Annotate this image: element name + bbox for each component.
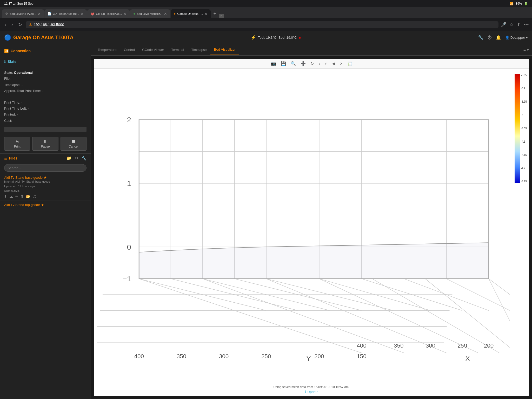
- back-button[interactable]: ‹: [3, 21, 8, 28]
- files-search-input[interactable]: [4, 164, 87, 172]
- scale-v6: -4.15: [521, 154, 527, 156]
- settings-files-icon[interactable]: 🔧: [81, 156, 87, 161]
- tab-bed-leveling[interactable]: ⚙ Bed Leveling (Auto... ✕: [2, 9, 44, 18]
- tab-3d-printer[interactable]: 📄 3D Printer Auto Be... ✕: [44, 9, 87, 18]
- timelapse-label: Timelapse:: [4, 83, 22, 87]
- more-icon[interactable]: •••: [524, 22, 529, 27]
- print-button[interactable]: 🖨 Print: [4, 137, 30, 151]
- tab-bed-level-viz[interactable]: ● Bed Level Visualiz... ✕: [130, 9, 170, 18]
- scale-labels: -3.85 -3.9 -3.95 -4 -4.05 -4.1 -4.15 -4.…: [521, 74, 527, 183]
- upload-icon[interactable]: 📁: [66, 156, 72, 161]
- color-scale-container: -3.85 -3.9 -3.95 -4 -4.05 -4.1 -4.15 -4.…: [513, 69, 529, 383]
- move-tool-btn[interactable]: ↕: [317, 61, 322, 66]
- pause-button[interactable]: ⏸ Pause: [32, 137, 58, 151]
- file-trash-icon[interactable]: 🗑: [20, 194, 24, 198]
- file-row: File:: [4, 76, 87, 82]
- print-time-row: Print Time: -: [4, 99, 87, 105]
- printed-row: Printed: -: [4, 111, 87, 117]
- power-icon[interactable]: ⏻: [488, 35, 492, 40]
- scale-v7: -4.2: [521, 167, 527, 170]
- tab-close-icon[interactable]: ✕: [38, 12, 41, 16]
- tab-github[interactable]: 🐙 GitHub - jneilliii/Oc... ✕: [87, 9, 130, 18]
- cancel-button[interactable]: ⏹ Cancel: [61, 137, 87, 151]
- refresh-files-icon[interactable]: ↻: [75, 156, 78, 161]
- zoom-tool-btn[interactable]: 🔍: [289, 60, 297, 67]
- tab-garage[interactable]: ● Garage On Asus T... ✕: [171, 9, 211, 18]
- tab-close-icon[interactable]: ✕: [81, 12, 84, 16]
- tab-count: 5: [219, 14, 224, 18]
- y-axis-letter: Y: [306, 355, 311, 362]
- tab-temperature[interactable]: Temperature: [94, 45, 120, 55]
- state-section-header: ℹ State: [0, 58, 91, 65]
- back-tool-btn[interactable]: ◀: [331, 60, 336, 67]
- battery-icon: 🔋: [524, 2, 528, 5]
- file-size-1: Size: 5.8MB: [4, 189, 87, 193]
- bed-3d-viz: 2 1 0 −1 400 350 300 250 200 150 400 350: [94, 69, 513, 383]
- file-print-icon[interactable]: 🖨: [32, 194, 36, 198]
- cost-label: Cost:: [4, 119, 13, 123]
- bookmark-icon[interactable]: ☆: [509, 22, 514, 28]
- tab-menu-button[interactable]: ≡ ▾: [523, 47, 529, 52]
- rotate-tool-btn[interactable]: ↻: [309, 60, 315, 67]
- save-tool-btn[interactable]: 💾: [280, 60, 287, 67]
- header-center: ⚡ Tool: 19.3°C Bed: 19.0°C ●: [74, 35, 478, 40]
- cost-value: -: [13, 119, 14, 123]
- user-menu[interactable]: 👤 Decapper ▾: [505, 36, 528, 39]
- files-label: Files: [9, 156, 17, 160]
- stop-icon: ⏹: [71, 139, 76, 144]
- user-icon: 👤: [505, 36, 509, 39]
- x-axis-200: 200: [314, 353, 324, 360]
- home-tool-btn[interactable]: ⌂: [324, 61, 329, 67]
- status-dot: ●: [299, 36, 301, 40]
- viz-toolbar: 📷 💾 🔍 ➕ ↻ ↕ ⌂ ◀ ✕ 📊: [94, 59, 529, 69]
- update-button[interactable]: ℹ Update: [97, 390, 526, 394]
- bed-temp: Bed: 19.0°C: [278, 36, 297, 39]
- x-axis-400: 400: [134, 353, 144, 360]
- tab-terminal[interactable]: Terminal: [168, 45, 188, 55]
- main-panel: Temperature Control GCode Viewer Termina…: [91, 44, 532, 399]
- approx-time-label: Approx. Total Print Time:: [4, 89, 42, 93]
- tab-timelapse[interactable]: Timelapse: [188, 45, 210, 55]
- share-icon[interactable]: ⬆: [517, 22, 521, 28]
- files-bars-icon: ☰: [4, 156, 8, 160]
- state-key: State:: [4, 71, 14, 75]
- pause-icon: ⏸: [43, 139, 47, 144]
- file-edit-icon[interactable]: ✏: [15, 194, 18, 198]
- file-cloud-icon[interactable]: ☁: [9, 194, 13, 198]
- scale-v3: -4: [521, 114, 527, 116]
- file-actions-1: ⬇ ☁ ✏ 🗑 📂 🖨: [4, 194, 87, 198]
- octoprint-logo-icon: 🔵: [4, 34, 11, 41]
- refresh-button[interactable]: ↻: [17, 21, 24, 29]
- x-axis-350: 350: [177, 353, 186, 360]
- add-tool-btn[interactable]: ➕: [299, 60, 307, 67]
- tab-gcode-viewer[interactable]: GCode Viewer: [138, 45, 168, 55]
- mic-icon[interactable]: 🎤: [501, 22, 506, 28]
- tab-bed-visualizer[interactable]: Bed Visualizer: [210, 44, 239, 55]
- svg-text:350: 350: [394, 342, 403, 349]
- scale-min: -4.25: [521, 180, 527, 183]
- tab-icon: 📄: [48, 12, 51, 16]
- camera-tool-btn[interactable]: 📷: [270, 60, 277, 67]
- address-bar[interactable]: ⚠ 192.168.1.93:5000: [26, 21, 498, 28]
- tab-control[interactable]: Control: [120, 45, 138, 55]
- file-download-icon[interactable]: ⬇: [4, 194, 7, 198]
- menu-chevron-icon: ▾: [527, 47, 529, 52]
- timelapse-row: Timelapse: -: [4, 82, 87, 88]
- wrench-icon[interactable]: 🔧: [478, 35, 483, 40]
- tab-close-icon[interactable]: ✕: [164, 12, 167, 16]
- svg-line-44: [203, 279, 404, 353]
- print-icon: 🖨: [15, 139, 19, 144]
- forward-button[interactable]: ›: [10, 21, 15, 28]
- print-info: Print Time: - Print Time Left: - Printed…: [0, 98, 91, 125]
- file-folder-icon[interactable]: 📂: [26, 194, 30, 198]
- print-time-left-row: Print Time Left: -: [4, 105, 87, 111]
- new-tab-button[interactable]: +: [211, 9, 218, 18]
- tab-close-icon[interactable]: ✕: [123, 12, 127, 16]
- bell-icon[interactable]: 🔔: [496, 35, 501, 40]
- tab-close-icon[interactable]: ✕: [204, 12, 208, 16]
- chart-tool-btn[interactable]: 📊: [346, 61, 353, 66]
- cross-tool-btn[interactable]: ✕: [338, 61, 344, 66]
- print-time-left-value: -: [28, 107, 29, 110]
- svg-line-32: [489, 279, 510, 310]
- browser-tabs: ⚙ Bed Leveling (Auto... ✕ 📄 3D Printer A…: [0, 7, 532, 18]
